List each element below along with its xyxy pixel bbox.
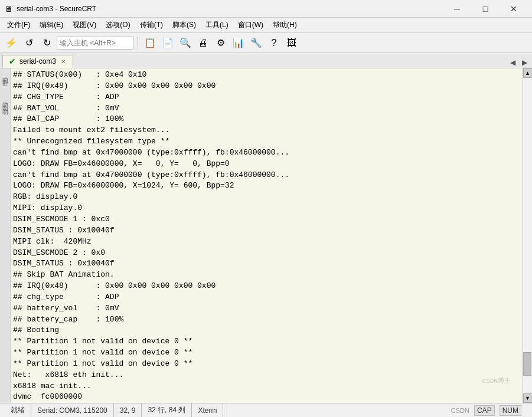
status-num: NUM <box>500 405 521 416</box>
status-watermark: CSDN <box>451 407 469 414</box>
menu-options[interactable]: 选项(O) <box>101 18 135 32</box>
host-input-group <box>57 37 133 50</box>
toolbar-find-btn[interactable]: 🔍 <box>178 35 193 51</box>
menu-tools[interactable]: 工具(L) <box>201 18 233 32</box>
menu-bar: 文件(F) 编辑(E) 视图(V) 选项(O) 传输(T) 脚本(S) 工具(L… <box>0 18 532 33</box>
scroll-down-btn[interactable]: ▼ <box>523 393 533 403</box>
host-input[interactable] <box>57 37 133 50</box>
tab-prev-btn[interactable]: ◀ <box>507 57 518 68</box>
scroll-up-btn[interactable]: ▲ <box>523 68 533 78</box>
tab-status-icon: ✔ <box>9 57 16 66</box>
toolbar-image-btn[interactable]: 🖼 <box>284 35 299 51</box>
toolbar-undo-btn[interactable]: ↺ <box>21 35 37 51</box>
tab-label: serial-com3 <box>19 57 56 65</box>
menu-transfer[interactable]: 传输(T) <box>135 18 168 32</box>
tab-close-button[interactable]: ✕ <box>60 58 67 65</box>
menu-window[interactable]: 窗口(W) <box>233 18 268 32</box>
maximize-button[interactable]: □ <box>472 0 499 18</box>
toolbar: ⚡ ↺ ↻ 📋 📄 🔍 🖨 ⚙ 📊 🔧 ? 🖼 <box>0 33 532 53</box>
sidebar-btn-5[interactable]: 叻 <box>0 103 11 105</box>
menu-view[interactable]: 视图(V) <box>68 18 101 32</box>
scroll-track[interactable] <box>523 78 533 393</box>
close-button[interactable]: ✕ <box>500 0 527 18</box>
toolbar-redo-btn[interactable]: ↻ <box>39 35 54 51</box>
terminal-output: ## STATUS(0x00) : 0xe4 0x10 ## IRQ(0x48)… <box>13 70 520 403</box>
sidebar-btn-1[interactable]: 叻 <box>0 71 11 73</box>
status-bar: 就绪 Serial: COM3, 115200 32, 9 32 行, 84 列… <box>0 403 532 417</box>
watermark: CSDN博主 <box>482 376 511 385</box>
toolbar-monitor-btn[interactable]: 📊 <box>231 35 246 51</box>
toolbar-help-btn[interactable]: ? <box>266 35 282 51</box>
toolbar-print-btn[interactable]: 🖨 <box>195 35 211 51</box>
main-content: 叻 卧 叻 叻 叻 ## STATUS(0x00) : 0xe4 0x10 ##… <box>0 68 532 403</box>
menu-edit[interactable]: 编辑(E) <box>35 18 68 32</box>
toolbar-sep-1 <box>138 37 138 50</box>
minimize-button[interactable]: ─ <box>443 0 471 18</box>
tab-serial-com3[interactable]: ✔ serial-com3 ✕ <box>2 55 73 68</box>
title-bar: 🖥 serial-com3 - SecureCRT ─ □ ✕ <box>0 0 532 18</box>
tab-nav: ◀ ▶ <box>507 57 530 68</box>
toolbar-settings-btn[interactable]: ⚙ <box>213 35 229 51</box>
sidebar-btn-4[interactable]: 叻 <box>0 99 11 101</box>
app-icon: 🖥 <box>5 4 13 14</box>
scroll-thumb[interactable] <box>523 352 531 376</box>
status-indicators: CSDN CAP NUM <box>445 403 527 417</box>
tab-next-btn[interactable]: ▶ <box>519 57 530 68</box>
menu-file[interactable]: 文件(F) <box>2 18 35 32</box>
sidebar-btn-2[interactable]: 卧 <box>0 74 11 77</box>
toolbar-new-btn[interactable]: ⚡ <box>4 35 19 51</box>
status-ready: 就绪 <box>5 403 31 417</box>
sidebar-left: 叻 卧 叻 叻 叻 <box>0 68 11 403</box>
menu-help[interactable]: 帮助(H) <box>268 18 302 32</box>
toolbar-tools-btn[interactable]: 🔧 <box>249 35 264 51</box>
toolbar-paste-btn[interactable]: 📄 <box>160 35 175 51</box>
status-terminal: Xterm <box>192 403 223 417</box>
tab-bar: ✔ serial-com3 ✕ ◀ ▶ <box>0 53 532 68</box>
status-caps: CAP <box>474 405 495 416</box>
status-serial: Serial: COM3, 115200 <box>31 403 114 417</box>
scrollbar: ▲ ▼ <box>523 68 532 403</box>
menu-script[interactable]: 脚本(S) <box>168 18 201 32</box>
terminal-area[interactable]: ## STATUS(0x00) : 0xe4 0x10 ## IRQ(0x48)… <box>11 68 523 403</box>
toolbar-copy-btn[interactable]: 📋 <box>142 35 158 51</box>
window-title: serial-com3 - SecureCRT <box>17 5 443 13</box>
status-position: 32, 9 <box>114 403 142 417</box>
status-rowcol: 32 行, 84 列 <box>142 403 192 417</box>
window-controls: ─ □ ✕ <box>443 0 527 18</box>
sidebar-btn-3[interactable]: 叻 <box>0 96 11 98</box>
